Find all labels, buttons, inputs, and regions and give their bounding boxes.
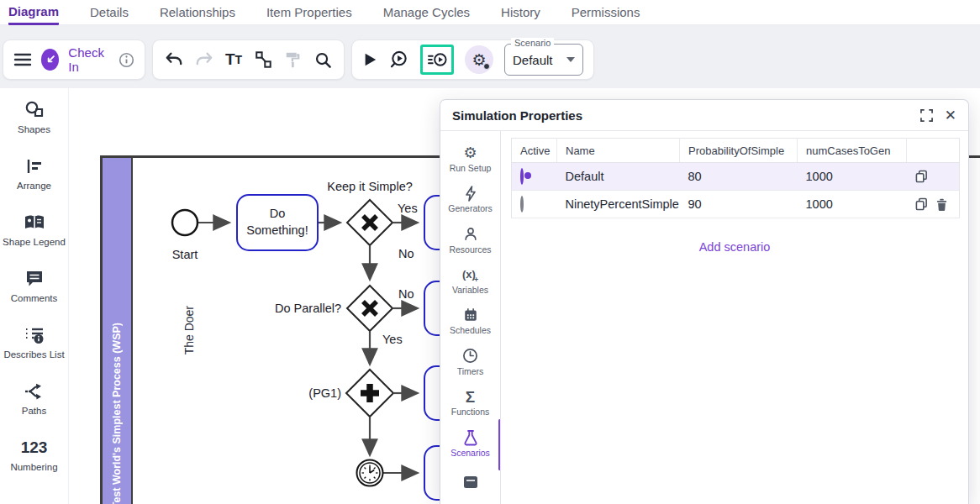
sidebar-item-describes-list[interactable]: Describes List: [2, 325, 67, 361]
toolbar-group-simulation: ⚙ Scenario Default: [351, 39, 594, 80]
connector-icon[interactable]: [254, 50, 272, 69]
expand-dialog-icon[interactable]: [920, 109, 933, 122]
copy-icon[interactable]: [915, 197, 928, 211]
paths-icon: [24, 381, 45, 402]
info-icon[interactable]: [119, 52, 134, 68]
left-tool-sidebar: Shapes Arrange Shape Legend Comments Des…: [0, 88, 69, 504]
copy-icon[interactable]: [915, 170, 928, 183]
table-row-ninetypercent[interactable]: NinetyPercentSimple 90 1000: [512, 191, 960, 218]
check-in-icon[interactable]: [41, 49, 59, 71]
table-row-default[interactable]: Default 80 1000: [512, 163, 960, 191]
scenario-probability[interactable]: 90: [680, 191, 798, 218]
tab-manage-cycles[interactable]: Manage Cycles: [383, 0, 470, 25]
rail-item-schedules[interactable]: Schedules: [440, 301, 501, 341]
add-scenario-link[interactable]: Add scenario: [511, 240, 958, 254]
tab-details[interactable]: Details: [90, 0, 129, 25]
rail-item-scenarios[interactable]: Scenarios: [440, 423, 501, 463]
variables-icon: (x)+: [461, 265, 480, 284]
simulation-properties-dialog: Simulation Properties ✕ ⚙ Run Setup: [440, 99, 969, 504]
timer-event[interactable]: [357, 460, 383, 486]
sidebar-item-numbering[interactable]: 123 Numbering: [2, 438, 67, 474]
numbering-123-icon: 123: [21, 438, 48, 458]
col-header-actions: [907, 139, 960, 163]
rail-item-run-setup[interactable]: ⚙ Run Setup: [440, 138, 501, 178]
scenario-numcases[interactable]: 1000: [798, 163, 907, 191]
toolbar-group-checkin: Check In: [3, 39, 145, 80]
sidebar-item-arrange[interactable]: Arrange: [2, 156, 67, 192]
gear-icon: ⚙: [463, 144, 477, 162]
gateway2-yes-label: Yes: [382, 333, 403, 346]
scenario-dropdown-value: Default: [513, 53, 553, 67]
gateway2-no-label: No: [398, 287, 414, 301]
shapes-icon: [24, 100, 45, 120]
toolbar-strip: Check In TT ⚙: [0, 25, 980, 88]
gateway1-label: Keep it Simple?: [327, 180, 413, 193]
tab-relationships[interactable]: Relationships: [160, 0, 235, 25]
rail-item-timers[interactable]: Timers: [440, 341, 501, 381]
run-simulation-play-icon[interactable]: [362, 51, 377, 68]
top-tab-bar: Diagram Details Relationships Item Prope…: [0, 0, 980, 25]
scenario-probability[interactable]: 80: [680, 163, 798, 191]
pg1-label: (PG1): [308, 386, 341, 400]
gateway1-yes-label: Yes: [398, 202, 418, 215]
partial-bottom-icon: [462, 475, 479, 493]
shape-legend-icon: [23, 213, 46, 233]
radio-active-default[interactable]: [520, 168, 524, 185]
redo-icon[interactable]: [195, 51, 213, 68]
sigma-icon: Σ: [466, 387, 475, 406]
radio-active-ninetypercent[interactable]: [520, 196, 524, 213]
diagram-canvas[interactable]: Test World's Simplest Process (WSP) The …: [69, 88, 980, 504]
scenario-name[interactable]: NinetyPercentSimple: [557, 191, 680, 218]
scenario-dropdown-label: Scenario: [511, 38, 554, 48]
scenarios-panel: Active Name ProbabilityOfSimple numCases…: [501, 131, 968, 504]
rail-item-resources[interactable]: Resources: [440, 219, 501, 260]
simulation-results-button[interactable]: [420, 45, 454, 75]
task-do-something-label: Do Something!: [243, 195, 312, 250]
close-icon[interactable]: ✕: [945, 108, 956, 123]
col-header-numcases: numCasesToGen: [798, 139, 907, 163]
arrange-icon: [24, 156, 45, 176]
search-icon[interactable]: [314, 51, 332, 69]
scenarios-table: Active Name ProbabilityOfSimple numCases…: [511, 138, 960, 218]
hamburger-menu-icon[interactable]: [13, 52, 32, 67]
start-event[interactable]: [172, 210, 198, 235]
dialog-title: Simulation Properties: [452, 108, 582, 123]
col-header-probability: ProbabilityOfSimple: [680, 139, 798, 163]
tab-history[interactable]: History: [501, 0, 540, 25]
lightning-bolt-icon: [465, 184, 477, 202]
rail-item-variables[interactable]: (x)+ Variables: [440, 260, 501, 300]
toolbar-group-edit: TT: [152, 39, 345, 80]
text-style-icon[interactable]: TT: [225, 50, 242, 69]
tab-item-properties[interactable]: Item Properties: [266, 0, 352, 25]
tab-permissions[interactable]: Permissions: [572, 0, 640, 25]
person-icon: [463, 225, 478, 244]
chevron-down-icon: [566, 57, 575, 62]
sidebar-item-comments[interactable]: Comments: [2, 269, 67, 305]
clock-icon: [462, 347, 478, 365]
simulation-settings-gear-icon[interactable]: ⚙: [465, 45, 493, 74]
comments-icon: [24, 269, 45, 289]
flask-icon: [463, 428, 478, 447]
validate-simulation-icon[interactable]: [388, 50, 409, 71]
scenario-name[interactable]: Default: [557, 163, 680, 191]
tab-diagram[interactable]: Diagram: [8, 0, 59, 25]
sidebar-item-paths[interactable]: Paths: [2, 381, 67, 417]
col-header-name: Name: [557, 139, 680, 163]
col-header-active: Active: [512, 139, 557, 163]
scenario-numcases[interactable]: 1000: [798, 191, 907, 218]
trash-icon[interactable]: [936, 198, 947, 211]
scenario-dropdown[interactable]: Scenario Default: [504, 44, 583, 76]
format-painter-icon[interactable]: [284, 50, 303, 69]
dialog-nav-rail: ⚙ Run Setup Generators Resources: [440, 131, 501, 504]
rail-item-functions[interactable]: Σ Functions: [440, 382, 501, 423]
rail-item-partial-bottom[interactable]: [440, 464, 501, 504]
rail-item-generators[interactable]: Generators: [440, 178, 501, 218]
check-in-button[interactable]: Check In: [68, 45, 109, 74]
undo-icon[interactable]: [165, 51, 183, 68]
sidebar-item-shape-legend[interactable]: Shape Legend: [2, 213, 67, 249]
dialog-header[interactable]: Simulation Properties ✕: [440, 100, 968, 131]
sidebar-item-shapes[interactable]: Shapes: [2, 100, 67, 136]
calendar-icon: [463, 306, 478, 324]
gateway1-no-label: No: [398, 247, 414, 260]
describes-list-icon: [24, 325, 45, 345]
